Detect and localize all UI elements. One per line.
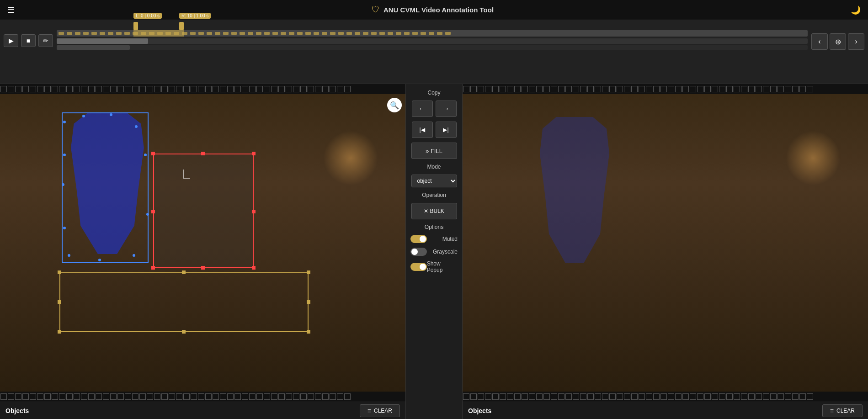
center-panel: Copy ← → |◀ ▶| » FILL Mode object segmen…: [405, 84, 463, 419]
film-cell: [147, 393, 153, 400]
timeline-handle-right[interactable]: [179, 22, 184, 30]
film-cell: [125, 393, 131, 400]
main-content: 🔍: [0, 84, 868, 419]
nav-prev-button[interactable]: ‹: [811, 33, 828, 50]
muted-toggle[interactable]: [410, 235, 427, 243]
film-cell: [682, 393, 689, 400]
film-cell: [308, 86, 314, 92]
film-cell: [81, 393, 87, 400]
left-clear-button[interactable]: CLEAR: [360, 404, 400, 417]
film-cell: [675, 393, 682, 400]
film-cell: [300, 86, 307, 92]
right-filmstrip-bottom: [463, 392, 868, 402]
timeline-controls: ▶ ■ ✏: [4, 34, 53, 47]
left-panel-footer: Objects CLEAR: [0, 402, 405, 419]
film-cell: [286, 86, 292, 92]
film-cell: [807, 393, 813, 400]
skip-first-button[interactable]: |◀: [412, 122, 433, 138]
copy-label: Copy: [427, 90, 440, 96]
film-cell: [8, 393, 14, 400]
fill-button[interactable]: » FILL: [411, 143, 457, 159]
grayscale-option-row: Grayscale: [410, 248, 458, 256]
film-cell: [624, 393, 630, 400]
film-cell: [602, 86, 608, 92]
film-cell: [770, 393, 777, 400]
film-cell: [719, 393, 725, 400]
film-cell: [88, 393, 95, 400]
film-cell: [330, 393, 336, 400]
grayscale-toggle[interactable]: [410, 248, 427, 256]
left-handle-label[interactable]: L: 0 | 0.00 s: [133, 13, 162, 19]
film-cell: [198, 393, 204, 400]
film-cell: [22, 86, 29, 92]
theme-toggle-icon[interactable]: 🌙: [851, 5, 861, 15]
film-cell: [507, 393, 513, 400]
film-cell: [256, 393, 263, 400]
zoom-button[interactable]: 🔍: [387, 98, 402, 112]
film-cell: [492, 393, 499, 400]
nav-target-button[interactable]: ⊕: [830, 33, 846, 50]
film-cell: [96, 86, 102, 92]
nav-next-button[interactable]: ›: [848, 33, 864, 50]
film-cell: [15, 393, 21, 400]
film-cell: [726, 86, 733, 92]
film-cell: [595, 393, 601, 400]
film-cell: [293, 393, 299, 400]
film-cell: [315, 86, 321, 92]
arrow-left-button[interactable]: ←: [412, 101, 433, 117]
film-cell: [565, 86, 572, 92]
bulk-button[interactable]: ✕ BULK: [411, 203, 457, 219]
timeline-scrollbar[interactable]: [57, 38, 808, 44]
film-cell: [565, 393, 572, 400]
film-cell: [117, 86, 124, 92]
left-video-frame[interactable]: 🔍: [0, 94, 405, 392]
film-cell: [132, 393, 138, 400]
film-cell: [256, 86, 263, 92]
show-popup-toggle[interactable]: [410, 263, 427, 271]
film-cell: [220, 393, 226, 400]
grayscale-label: Grayscale: [433, 249, 458, 255]
film-cell: [631, 86, 638, 92]
right-video-frame[interactable]: [463, 94, 868, 392]
right-clear-button[interactable]: CLEAR: [822, 404, 863, 417]
film-cell: [719, 86, 725, 92]
film-cell: [205, 86, 212, 92]
film-cell: [514, 86, 521, 92]
film-cell: [344, 86, 351, 92]
stop-button[interactable]: ■: [21, 34, 36, 47]
film-cell: [176, 86, 182, 92]
film-cell: [777, 86, 784, 92]
film-cell: [573, 393, 579, 400]
film-cell: [271, 393, 277, 400]
film-cell: [617, 86, 623, 92]
film-cell: [37, 393, 43, 400]
film-cell: [59, 86, 65, 92]
timeline-handle-left[interactable]: [133, 22, 138, 30]
film-cell: [536, 86, 543, 92]
film-cell: [191, 393, 197, 400]
film-cell: [8, 86, 14, 92]
film-cell: [300, 393, 307, 400]
skip-last-button[interactable]: ▶|: [436, 122, 457, 138]
film-cell: [697, 393, 703, 400]
hamburger-icon[interactable]: ☰: [7, 5, 15, 15]
film-cell: [30, 393, 36, 400]
right-handle-label[interactable]: R: 10 | 1.00 s: [179, 13, 211, 19]
film-cell: [741, 393, 747, 400]
film-cell: [470, 86, 477, 92]
film-cell: [96, 393, 102, 400]
play-button[interactable]: ▶: [4, 34, 18, 47]
film-cell: [785, 393, 791, 400]
film-cell: [704, 393, 711, 400]
arrow-right-button[interactable]: →: [436, 101, 457, 117]
film-cell: [478, 86, 484, 92]
edit-button[interactable]: ✏: [38, 34, 53, 47]
film-cell: [344, 393, 351, 400]
right-objects-label: Objects: [468, 407, 491, 414]
timeline-area: ▶ ■ ✏ L: 0 | 0.00 s R: 10 | 1.00 s: [0, 20, 868, 84]
film-cell: [668, 86, 674, 92]
mode-select[interactable]: object segment keypoint: [411, 175, 457, 187]
film-cell: [154, 86, 160, 92]
film-cell: [52, 86, 58, 92]
film-cell: [330, 86, 336, 92]
